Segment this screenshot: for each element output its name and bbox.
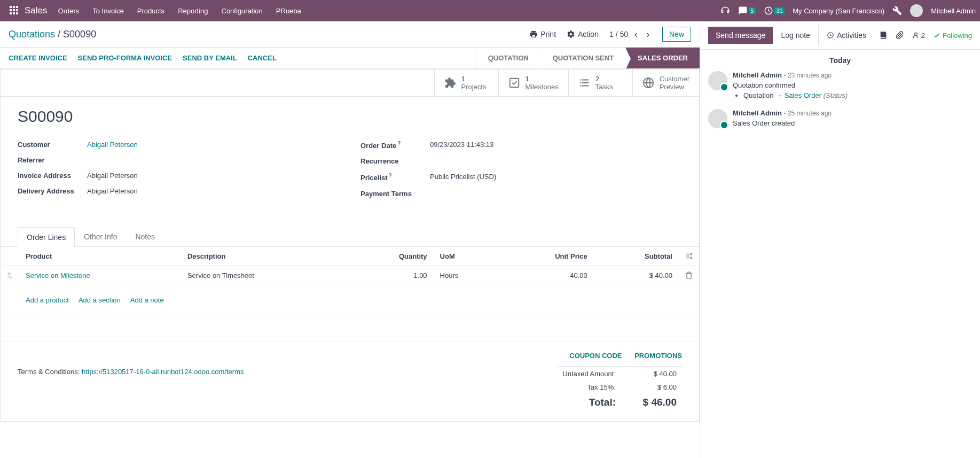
message-author[interactable]: Mitchell Admin xyxy=(733,109,782,117)
col-subtotal: Subtotal xyxy=(594,247,679,266)
tax-label: Tax 15%: xyxy=(558,381,637,393)
table-row[interactable]: ⇅ Service on Milestone Service on Timesh… xyxy=(1,266,699,285)
coupon-code-button[interactable]: COUPON CODE xyxy=(569,352,622,360)
delivery-address-field[interactable]: Abigail Peterson xyxy=(87,187,339,195)
message-avatar[interactable] xyxy=(708,109,727,128)
action-button[interactable]: Action xyxy=(567,30,599,38)
stat-customer-preview[interactable]: Customer Preview xyxy=(632,69,699,96)
print-button[interactable]: Print xyxy=(529,30,556,38)
add-section-link[interactable]: Add a section xyxy=(79,296,121,304)
status-quotation[interactable]: QUOTATION xyxy=(476,48,540,68)
menu-orders[interactable]: Orders xyxy=(58,7,80,15)
follower-count[interactable]: 2 xyxy=(912,32,925,40)
chatter: Send message Log note Activities 2 Follo… xyxy=(700,21,980,458)
add-note-link[interactable]: Add a note xyxy=(130,296,164,304)
tab-order-lines[interactable]: Order Lines xyxy=(18,227,75,247)
pager-value[interactable]: 1 / 50 xyxy=(609,30,628,38)
delivery-address-label: Delivery Address xyxy=(18,187,87,195)
tab-notes[interactable]: Notes xyxy=(126,227,164,246)
status-quotation-sent[interactable]: QUOTATION SENT xyxy=(540,48,625,68)
message-avatar[interactable] xyxy=(708,71,727,90)
line-product[interactable]: Service on Milestone xyxy=(26,271,90,280)
status-bar: CREATE INVOICE SEND PRO-FORMA INVOICE SE… xyxy=(0,48,700,69)
activities-icon[interactable]: 31 xyxy=(764,6,785,15)
referrer-field[interactable] xyxy=(87,156,339,164)
tracking-link[interactable]: Sales Order xyxy=(785,91,821,99)
order-date-field[interactable]: 09/23/2023 11:43:13 xyxy=(430,141,682,150)
drag-handle-icon[interactable]: ⇅ xyxy=(1,266,19,285)
activities-button[interactable]: Activities xyxy=(818,25,866,46)
line-unit-price[interactable]: 40.00 xyxy=(499,266,593,285)
stat-tasks[interactable]: 2 Tasks xyxy=(568,69,632,96)
tab-other-info[interactable]: Other Info xyxy=(75,227,126,246)
promotions-button[interactable]: PROMOTIONS xyxy=(634,352,682,360)
pricelist-field[interactable]: Public Pricelist (USD) xyxy=(430,173,682,182)
line-uom[interactable]: Hours xyxy=(434,266,499,285)
message-author[interactable]: Mitchell Admin xyxy=(733,71,782,79)
delete-line-icon[interactable] xyxy=(679,266,699,285)
add-product-link[interactable]: Add a product xyxy=(26,296,69,304)
line-quantity[interactable]: 1.00 xyxy=(348,266,434,285)
message-time: - 25 minutes ago xyxy=(784,110,832,117)
today-separator: Today xyxy=(708,56,972,65)
puzzle-icon xyxy=(444,77,456,89)
apps-icon[interactable] xyxy=(10,6,19,15)
customer-label: Customer xyxy=(18,141,87,149)
recurrence-field[interactable] xyxy=(430,157,682,165)
line-description[interactable]: Service on Timesheet xyxy=(181,266,348,285)
untaxed-value: $ 40.00 xyxy=(638,368,681,380)
create-invoice-button[interactable]: CREATE INVOICE xyxy=(9,54,67,62)
app-brand[interactable]: Sales xyxy=(25,5,48,16)
log-note-button[interactable]: Log note xyxy=(781,31,810,40)
attachment-clip-icon[interactable] xyxy=(896,31,904,40)
svg-rect-10 xyxy=(509,79,519,88)
col-description: Description xyxy=(181,247,348,266)
following-button[interactable]: Following xyxy=(933,32,972,40)
line-subtotal: $ 40.00 xyxy=(594,266,679,285)
payment-terms-field[interactable] xyxy=(430,190,682,198)
cancel-button[interactable]: CANCEL xyxy=(248,54,277,62)
pager-next[interactable]: › xyxy=(644,29,652,40)
send-proforma-button[interactable]: SEND PRO-FORMA INVOICE xyxy=(78,54,172,62)
arrow-icon: → xyxy=(775,91,785,99)
breadcrumb-root[interactable]: Quotations xyxy=(9,29,55,40)
optional-columns-icon[interactable] xyxy=(679,247,699,266)
control-panel: Quotations / S00090 Print Action 1 / 50 … xyxy=(0,21,700,48)
user-name[interactable]: Mitchell Admin xyxy=(931,7,976,15)
new-button[interactable]: New xyxy=(662,27,691,42)
menu-configuration[interactable]: Configuration xyxy=(222,7,263,15)
tabs: Order Lines Other Info Notes xyxy=(1,227,699,247)
col-product: Product xyxy=(19,247,181,266)
svg-point-18 xyxy=(915,33,918,35)
terms-link[interactable]: https://51320517-16-0-all.runbot124.odoo… xyxy=(82,368,244,376)
send-email-button[interactable]: SEND BY EMAIL xyxy=(183,54,237,62)
tasks-icon xyxy=(578,77,590,89)
pager-prev[interactable]: ‹ xyxy=(632,29,640,40)
message-body: Quotation confirmed xyxy=(733,81,972,89)
customer-field[interactable]: Abigail Peterson xyxy=(87,141,138,149)
user-avatar[interactable] xyxy=(910,4,923,17)
menu-to-invoice[interactable]: To Invoice xyxy=(92,7,124,15)
message-item: Mitchell Admin - 25 minutes ago Sales Or… xyxy=(708,109,972,128)
messaging-icon[interactable]: 5 xyxy=(738,6,756,15)
payment-terms-label: Payment Terms xyxy=(360,190,430,198)
svg-point-15 xyxy=(691,253,692,254)
stat-projects[interactable]: 1 Projects xyxy=(434,69,498,96)
invoice-address-field[interactable]: Abigail Peterson xyxy=(87,172,339,180)
pricelist-label: Pricelist? xyxy=(360,173,430,182)
top-nav: Sales Orders To Invoice Products Reporti… xyxy=(0,0,980,21)
voip-icon[interactable] xyxy=(720,6,730,15)
order-name: S00090 xyxy=(18,107,682,126)
company-selector[interactable]: My Company (San Francisco) xyxy=(793,7,884,15)
menu-products[interactable]: Products xyxy=(137,7,164,15)
attachment-book-icon[interactable] xyxy=(879,31,888,40)
totals-table: Untaxed Amount: $ 40.00 Tax 15%: $ 6.00 … xyxy=(557,366,682,412)
menu-reporting[interactable]: Reporting xyxy=(178,7,208,15)
send-message-button[interactable]: Send message xyxy=(708,27,773,44)
debug-icon[interactable] xyxy=(892,6,902,15)
status-sales-order[interactable]: SALES ORDER xyxy=(625,48,700,68)
svg-rect-1 xyxy=(13,6,15,8)
stat-milestones[interactable]: 1 Milestones xyxy=(498,69,568,96)
menu-prueba[interactable]: PRueba xyxy=(276,7,301,15)
invoice-address-label: Invoice Address xyxy=(18,172,87,180)
